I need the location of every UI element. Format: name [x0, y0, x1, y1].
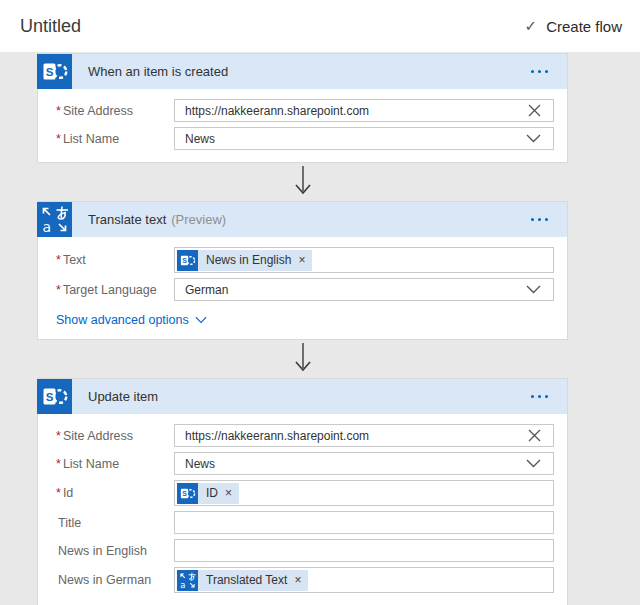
field-label: News in English [56, 544, 174, 558]
id-input[interactable]: ID × [174, 480, 554, 506]
card3-title: Update item [88, 389, 158, 404]
card-when-an-item-is-created: When an item is created * Site Address h… [37, 53, 568, 163]
dynamic-content-token: ID × [177, 483, 239, 504]
sharepoint-icon [177, 483, 198, 504]
field-label: * Target Language [56, 283, 174, 297]
required-asterisk: * [56, 429, 61, 443]
field-label: * Site Address [56, 429, 174, 443]
arrow-down-icon [292, 343, 314, 375]
field-row-id: * Id ID × [56, 480, 554, 506]
card-update-item: Update item * Site Address https://nakke… [37, 378, 568, 605]
top-bar: Untitled ✓ Create flow [0, 0, 640, 52]
connector-arrow-2 [37, 340, 568, 378]
field-label: * Text [56, 253, 174, 267]
required-asterisk: * [56, 253, 61, 267]
required-asterisk: * [56, 104, 61, 118]
field-row-title: Title [56, 511, 554, 534]
required-asterisk: * [56, 486, 61, 500]
sharepoint-icon [37, 379, 72, 414]
checkmark-icon: ✓ [525, 17, 538, 35]
token-remove-icon[interactable]: × [225, 487, 239, 499]
flow-designer-canvas: When an item is created * Site Address h… [0, 52, 640, 605]
card1-header[interactable]: When an item is created [38, 54, 567, 89]
field-label: * List Name [56, 457, 174, 471]
card1-body: * Site Address https://nakkeerann.sharep… [38, 89, 567, 162]
create-flow-button[interactable]: ✓ Create flow [525, 17, 622, 35]
list-name-select[interactable]: News [174, 127, 554, 150]
token-label: Translated Text [198, 573, 294, 587]
field-row-site-address: * Site Address https://nakkeerann.sharep… [56, 424, 554, 447]
clear-icon[interactable] [526, 102, 543, 119]
card1-menu-ellipsis-icon[interactable] [529, 64, 550, 79]
chevron-down-icon[interactable] [524, 283, 543, 296]
token-remove-icon[interactable]: × [298, 254, 312, 266]
clear-icon[interactable] [526, 427, 543, 444]
create-flow-label: Create flow [546, 18, 622, 35]
required-asterisk: * [56, 132, 61, 146]
token-remove-icon[interactable]: × [294, 574, 308, 586]
chevron-down-icon[interactable] [524, 132, 543, 145]
field-row-site-address: * Site Address https://nakkeerann.sharep… [56, 99, 554, 122]
connector-arrow-1 [37, 163, 568, 201]
chevron-down-icon [195, 316, 207, 324]
field-label: * Site Address [56, 104, 174, 118]
translator-icon [37, 202, 72, 237]
field-label: News in German [56, 573, 174, 587]
field-row-list-name: * List Name News [56, 452, 554, 475]
required-asterisk: * [56, 457, 61, 471]
list-name-select[interactable]: News [174, 452, 554, 475]
card2-menu-ellipsis-icon[interactable] [529, 212, 550, 227]
target-language-select[interactable]: German [174, 278, 554, 301]
show-advanced-options-link[interactable]: Show advanced options [56, 313, 207, 327]
field-label: * Id [56, 486, 174, 500]
flow-name-title: Untitled [20, 16, 81, 37]
card2-title: Translate text [88, 212, 166, 227]
dynamic-content-token: News in English × [177, 250, 312, 271]
site-address-input[interactable]: https://nakkeerann.sharepoint.com [174, 424, 554, 447]
title-input[interactable] [174, 511, 554, 534]
card-translate-text: Translate text (Preview) * Text News in … [37, 201, 568, 340]
sharepoint-icon [37, 54, 72, 89]
field-row-news-in-english: News in English [56, 539, 554, 562]
field-label: Title [56, 516, 174, 530]
required-asterisk: * [56, 283, 61, 297]
news-in-english-input[interactable] [174, 539, 554, 562]
token-label: News in English [198, 253, 298, 267]
field-row-news-in-german: News in German Translated Text × [56, 567, 554, 593]
card2-body: * Text News in English × * Target Langua… [38, 237, 567, 339]
card2-header[interactable]: Translate text (Preview) [38, 202, 567, 237]
field-row-list-name: * List Name News [56, 127, 554, 150]
dynamic-content-token: Translated Text × [177, 570, 308, 591]
field-label: * List Name [56, 132, 174, 146]
card3-body: * Site Address https://nakkeerann.sharep… [38, 414, 567, 605]
preview-badge: (Preview) [171, 212, 226, 227]
card1-title: When an item is created [88, 64, 228, 79]
sharepoint-icon [177, 250, 198, 271]
token-label: ID [198, 486, 225, 500]
arrow-down-icon [292, 166, 314, 198]
translator-icon [177, 570, 198, 591]
field-row-target-language: * Target Language German [56, 278, 554, 301]
field-row-text: * Text News in English × [56, 247, 554, 273]
card3-menu-ellipsis-icon[interactable] [529, 389, 550, 404]
chevron-down-icon[interactable] [524, 457, 543, 470]
site-address-input[interactable]: https://nakkeerann.sharepoint.com [174, 99, 554, 122]
card3-header[interactable]: Update item [38, 379, 567, 414]
news-in-german-input[interactable]: Translated Text × [174, 567, 554, 593]
text-input[interactable]: News in English × [174, 247, 554, 273]
